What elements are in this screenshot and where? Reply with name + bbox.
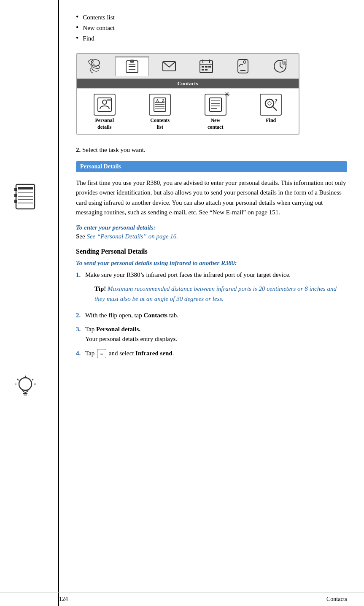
svg-rect-28	[202, 66, 204, 68]
contacts-menu-row: Personaldetails A Z Contentslist	[77, 88, 299, 134]
step-4-text: Tap ≡ and select Infrared send.	[85, 349, 174, 359]
task-see-link: See “Personal Details” on page 16.	[86, 233, 178, 240]
step-2-item-num: 2.	[76, 311, 85, 320]
menu-item-contents-list[interactable]: A Z Contentslist	[137, 94, 183, 130]
step-2-text: 2. Select the task you want.	[76, 146, 347, 154]
contacts-active-icon	[115, 57, 149, 76]
lightbulb-icon	[8, 371, 42, 405]
contacts-ui-box: Contacts Personaldetails	[76, 53, 299, 135]
phone-app-icon	[78, 59, 112, 74]
svg-line-14	[32, 379, 33, 380]
personal-details-label: Personaldetails	[95, 117, 114, 130]
contents-list-icon: A Z	[149, 94, 171, 116]
svg-rect-31	[202, 69, 204, 70]
svg-point-61	[268, 102, 271, 105]
tip-box: Tip! Maximum recommended distance betwee…	[85, 284, 347, 304]
svg-text:?: ?	[275, 98, 278, 105]
new-contact-icon: ✳	[205, 94, 226, 116]
step-2-number: 2.	[76, 146, 81, 153]
steps-list: 1. Make sure your R380’s infrared port f…	[76, 270, 347, 358]
list-item-new-contact: New contact	[76, 23, 347, 32]
clock-app-icon	[263, 59, 297, 74]
phone2-app-icon	[226, 59, 260, 74]
svg-rect-54	[210, 98, 221, 111]
contacts-tab-label: Contacts	[77, 79, 299, 88]
svg-line-60	[272, 106, 277, 111]
step-3-num: 3.	[76, 325, 85, 334]
svg-text:A: A	[156, 98, 159, 103]
svg-rect-1	[18, 187, 33, 189]
svg-rect-8	[14, 200, 17, 203]
menu-inline-icon: ≡	[97, 349, 106, 358]
svg-text:Z: Z	[162, 98, 164, 103]
personal-details-body: The first time you use your R380, you ar…	[76, 178, 347, 217]
list-item-contents: Contents list	[76, 13, 347, 22]
step-3-text: Tap Personal details. Your personal deta…	[85, 325, 177, 344]
svg-rect-6	[14, 188, 17, 191]
step-1-text: Make sure your R380’s infrared port face…	[85, 270, 291, 280]
step-2-item-text: With the flip open, tap Contacts tab.	[85, 311, 178, 320]
sidebar	[0, 0, 59, 606]
svg-point-44	[102, 100, 107, 104]
step-4-num: 4.	[76, 349, 85, 358]
list-item-find: Find	[76, 34, 347, 43]
find-label: Find	[266, 117, 276, 124]
sub-heading-sending: Sending Personal Details	[76, 248, 347, 255]
personal-details-icon	[94, 94, 116, 116]
svg-line-13	[17, 379, 19, 380]
calendar-app-icon	[189, 59, 223, 74]
email-app-icon	[152, 59, 186, 74]
footer-section: Contacts	[326, 596, 347, 603]
menu-item-new-contact[interactable]: ✳ Newcontact	[192, 94, 239, 130]
task-heading-enter: To enter your personal details:	[76, 224, 347, 231]
footer-page-number: 124	[59, 596, 68, 603]
step-2-item: 2. With the flip open, tap Contacts tab.	[76, 311, 347, 320]
svg-point-35	[243, 61, 246, 63]
notebook-icon	[8, 181, 42, 215]
svg-rect-33	[238, 60, 248, 73]
find-icon-box: ?	[260, 94, 282, 116]
svg-line-38	[280, 66, 283, 68]
contents-list-label: Contentslist	[150, 117, 170, 130]
footer: 124 Contacts	[0, 592, 364, 606]
svg-rect-30	[208, 66, 211, 68]
step-1-num: 1.	[76, 270, 85, 280]
step-3: 3. Tap Personal details. Your personal d…	[76, 325, 347, 344]
tip-text: Maximum recommended distance between inf…	[94, 285, 337, 302]
main-content: Contents list New contact Find	[59, 0, 364, 388]
intro-list: Contents list New contact Find	[76, 13, 347, 43]
tip-word: Tip!	[94, 285, 106, 292]
svg-point-9	[19, 378, 32, 390]
step-1: 1. Make sure your R380’s infrared port f…	[76, 270, 347, 280]
menu-item-find[interactable]: ? Find	[248, 94, 294, 124]
personal-details-header: Personal Details	[76, 161, 347, 172]
step-4: 4. Tap ≡ and select Infrared send.	[76, 349, 347, 359]
svg-rect-32	[205, 69, 208, 70]
menu-item-personal-details[interactable]: Personaldetails	[81, 94, 128, 130]
contacts-top-bar	[77, 54, 299, 79]
new-contact-label: Newcontact	[208, 117, 223, 130]
task-heading-send: To send your personal details using infr…	[76, 260, 347, 267]
svg-rect-7	[14, 194, 17, 197]
svg-rect-22	[130, 60, 134, 62]
task-see-enter: See See “Personal Details” on page 16.	[76, 233, 347, 240]
svg-rect-29	[205, 66, 208, 68]
